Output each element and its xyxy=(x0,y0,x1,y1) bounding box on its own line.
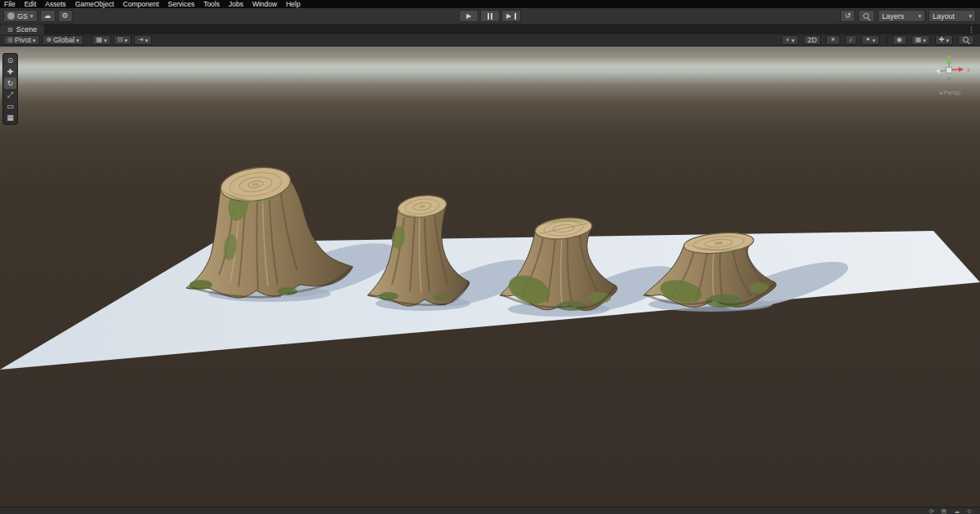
snap-settings-dropdown[interactable]: ⊡ ▾ xyxy=(114,35,131,45)
scene-render xyxy=(0,47,980,507)
scene-audio-toggle[interactable]: ♪ xyxy=(845,35,857,45)
axis-x-arrow[interactable] xyxy=(959,67,964,72)
main-toolbar: GS ▾ ☁ ⚙ ▶ ▶ ↺ xyxy=(0,8,980,24)
scene-toolbar: ◎ Pivot ▾ ⊕ Global ▾ ▦ ▾ ⊡ ▾ ⇥ ▾ ◐ ▾ xyxy=(0,34,980,47)
search-icon xyxy=(862,12,871,20)
status-cloud-icon[interactable]: ☁ xyxy=(954,507,960,514)
play-icon: ▶ xyxy=(466,13,471,20)
transform-tool-icon: ▦ xyxy=(7,114,14,122)
move-tool-icon: ✚ xyxy=(7,69,14,76)
transform-tool-button[interactable]: ▦ xyxy=(4,112,16,123)
scene-tool-strip: ⊙ ✚ ↻ ⤢ ▭ ▦ xyxy=(2,53,18,125)
menu-tools[interactable]: Tools xyxy=(203,0,220,8)
cloud-button[interactable]: ☁ xyxy=(40,10,56,22)
grid-icon: ▦ xyxy=(915,37,922,43)
gizmo-center-cube[interactable] xyxy=(947,68,952,73)
gizmo-icon: ✚ xyxy=(939,37,945,43)
caret-icon: ▾ xyxy=(969,13,972,19)
menu-gameobject[interactable]: GameObject xyxy=(75,0,114,8)
tab-options-kebab-icon[interactable]: ⋮ xyxy=(963,24,980,34)
audio-icon: ♪ xyxy=(849,37,853,43)
rect-tool-button[interactable]: ▭ xyxy=(4,100,16,112)
draw-mode-dropdown[interactable]: ◐ ▾ xyxy=(782,35,798,45)
tab-scene-label: Scene xyxy=(16,25,38,33)
menu-services[interactable]: Services xyxy=(168,0,195,8)
view-tool-button[interactable]: ⊙ xyxy=(4,55,16,66)
view-tool-icon: ⊙ xyxy=(7,57,14,64)
scene-lighting-toggle[interactable]: ☀ xyxy=(826,35,840,45)
step-button[interactable]: ▶ xyxy=(501,10,521,22)
caret-icon: ▾ xyxy=(872,38,875,43)
ground-plane[interactable] xyxy=(0,231,980,370)
rect-tool-icon: ▭ xyxy=(7,103,14,110)
search-button[interactable] xyxy=(858,10,875,22)
step-bar-icon xyxy=(514,13,516,20)
pause-button[interactable] xyxy=(480,10,500,22)
effects-dropdown[interactable]: ✶ ▾ xyxy=(862,35,880,45)
axis-y-label: y xyxy=(947,54,951,60)
camera-grid-dropdown[interactable]: ▦ ▾ xyxy=(911,35,930,45)
menu-assets[interactable]: Assets xyxy=(45,0,66,8)
axis-y-arrow[interactable] xyxy=(947,60,951,64)
services-settings-button[interactable]: ⚙ xyxy=(58,10,73,22)
status-activity-icon[interactable]: ⟳ xyxy=(929,507,934,514)
menu-help[interactable]: Help xyxy=(286,0,300,8)
tree-stump-1[interactable] xyxy=(186,163,353,298)
axis-negative-arrow[interactable] xyxy=(935,69,940,73)
tab-bar: ⊞ Scene ⋮ xyxy=(0,24,980,34)
shaded-sphere-icon: ◐ xyxy=(786,37,790,43)
effects-icon: ✶ xyxy=(866,37,871,43)
grid-icon: ▦ xyxy=(96,37,103,43)
menu-window[interactable]: Window xyxy=(252,0,277,8)
gizmos-dropdown[interactable]: ✚ ▾ xyxy=(935,35,953,45)
caret-icon: ▾ xyxy=(946,38,949,43)
caret-icon: ▾ xyxy=(76,38,79,43)
layers-label: Layers xyxy=(882,12,904,20)
menu-bar: File Edit Assets GameObject Component Se… xyxy=(0,0,980,8)
tab-grid-icon: ⊞ xyxy=(7,26,13,33)
global-dropdown[interactable]: ⊕ Global ▾ xyxy=(42,35,83,45)
unity-editor-window: File Edit Assets GameObject Component Se… xyxy=(0,0,980,514)
move-tool-button[interactable]: ✚ xyxy=(4,66,16,78)
pause-icon xyxy=(488,13,492,20)
menu-component[interactable]: Component xyxy=(123,0,159,8)
scale-tool-button[interactable]: ⤢ xyxy=(4,89,16,100)
pivot-dropdown[interactable]: ◎ Pivot ▾ xyxy=(3,35,40,45)
account-dropdown[interactable]: GS ▾ xyxy=(3,10,38,22)
status-grid-icon[interactable]: ▤ xyxy=(942,507,947,514)
pivot-icon: ◎ xyxy=(7,37,13,43)
layers-dropdown[interactable]: Layers ▾ xyxy=(878,10,925,22)
scene-viewport[interactable]: ⊙ ✚ ↻ ⤢ ▭ ▦ y x ◂ Persp xyxy=(0,47,980,507)
menu-file[interactable]: File xyxy=(4,0,16,8)
caret-icon: ▾ xyxy=(918,13,921,19)
pivot-label: Pivot xyxy=(15,36,31,44)
global-label: Global xyxy=(53,36,74,44)
status-circle-icon[interactable]: ⊙ xyxy=(967,507,972,514)
menu-jobs[interactable]: Jobs xyxy=(229,0,243,8)
scene-search-button[interactable] xyxy=(958,35,974,45)
orientation-gizmo[interactable]: y x ◂ Persp xyxy=(926,53,973,96)
undo-history-button[interactable]: ↺ xyxy=(840,10,855,22)
layout-label: Layout xyxy=(933,12,955,20)
axis-z-handle[interactable] xyxy=(947,78,951,82)
layout-dropdown[interactable]: Layout ▾ xyxy=(929,10,976,22)
caret-icon: ▾ xyxy=(104,38,107,43)
grid-visibility-dropdown[interactable]: ▦ ▾ xyxy=(92,35,111,45)
caret-icon: ▾ xyxy=(923,38,926,43)
scene-visibility-toggle[interactable]: ◉ xyxy=(893,35,906,45)
caret-icon: ▾ xyxy=(30,13,33,19)
rotate-tool-button[interactable]: ↻ xyxy=(4,78,16,89)
caret-icon: ▾ xyxy=(145,38,149,43)
tab-scene[interactable]: ⊞ Scene xyxy=(0,24,44,34)
search-icon xyxy=(962,36,970,44)
toggle-2d-button[interactable]: 2D xyxy=(804,35,822,45)
caret-icon: ▾ xyxy=(125,38,128,43)
menu-edit[interactable]: Edit xyxy=(24,0,37,8)
account-label: GS xyxy=(17,12,28,20)
step-icon: ▶ xyxy=(506,13,511,20)
persp-label: Persp xyxy=(943,89,960,96)
play-button[interactable]: ▶ xyxy=(459,10,479,22)
projection-toggle[interactable]: ◂ Persp xyxy=(939,89,960,96)
caret-icon: ▾ xyxy=(33,38,36,43)
snap-increment-dropdown[interactable]: ⇥ ▾ xyxy=(134,35,152,45)
